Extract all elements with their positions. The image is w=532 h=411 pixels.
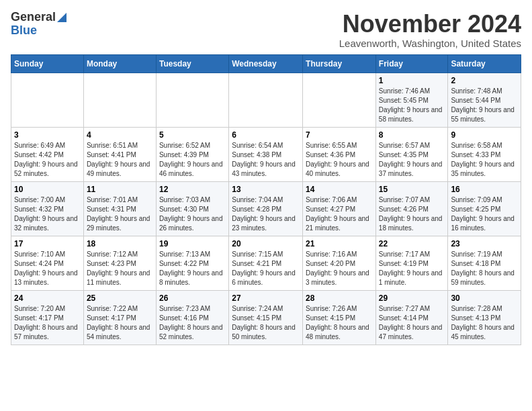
day-cell: 29Sunrise: 7:27 AM Sunset: 4:14 PM Dayli… xyxy=(375,290,448,345)
day-info: Sunrise: 6:57 AM Sunset: 4:35 PM Dayligh… xyxy=(379,141,445,179)
day-cell: 26Sunrise: 7:23 AM Sunset: 4:16 PM Dayli… xyxy=(156,290,228,345)
day-cell: 13Sunrise: 7:04 AM Sunset: 4:28 PM Dayli… xyxy=(229,181,303,236)
day-info: Sunrise: 7:10 AM Sunset: 4:24 PM Dayligh… xyxy=(14,250,81,287)
day-info: Sunrise: 7:15 AM Sunset: 4:21 PM Dayligh… xyxy=(232,250,300,287)
day-info: Sunrise: 6:55 AM Sunset: 4:36 PM Dayligh… xyxy=(306,141,373,179)
day-cell xyxy=(156,73,228,127)
day-info: Sunrise: 7:01 AM Sunset: 4:31 PM Dayligh… xyxy=(87,195,153,233)
day-info: Sunrise: 7:04 AM Sunset: 4:28 PM Dayligh… xyxy=(232,195,300,233)
day-number: 4 xyxy=(87,130,153,140)
day-cell: 30Sunrise: 7:28 AM Sunset: 4:13 PM Dayli… xyxy=(448,290,521,345)
day-cell xyxy=(303,73,376,127)
col-header-monday: Monday xyxy=(83,54,156,73)
day-cell: 15Sunrise: 7:07 AM Sunset: 4:26 PM Dayli… xyxy=(375,181,448,236)
day-info: Sunrise: 7:03 AM Sunset: 4:30 PM Dayligh… xyxy=(159,195,226,233)
day-number: 14 xyxy=(306,185,373,194)
logo-blue: Blue xyxy=(11,24,37,38)
day-number: 13 xyxy=(232,185,300,194)
day-info: Sunrise: 7:20 AM Sunset: 4:17 PM Dayligh… xyxy=(14,304,81,342)
day-number: 7 xyxy=(306,130,373,140)
day-number: 8 xyxy=(379,130,445,140)
day-info: Sunrise: 7:19 AM Sunset: 4:18 PM Dayligh… xyxy=(451,250,518,287)
col-header-friday: Friday xyxy=(375,54,448,73)
col-header-sunday: Sunday xyxy=(11,54,84,73)
col-header-wednesday: Wednesday xyxy=(229,54,303,73)
day-info: Sunrise: 7:22 AM Sunset: 4:17 PM Dayligh… xyxy=(87,304,153,342)
logo: General Blue xyxy=(11,11,66,38)
day-number: 6 xyxy=(232,130,300,140)
day-info: Sunrise: 7:13 AM Sunset: 4:22 PM Dayligh… xyxy=(159,250,226,287)
day-info: Sunrise: 7:24 AM Sunset: 4:15 PM Dayligh… xyxy=(232,304,300,342)
day-cell: 1Sunrise: 7:46 AM Sunset: 5:45 PM Daylig… xyxy=(375,73,448,127)
day-info: Sunrise: 7:23 AM Sunset: 4:16 PM Dayligh… xyxy=(159,304,226,342)
day-number: 19 xyxy=(159,239,226,248)
week-row-2: 3Sunrise: 6:49 AM Sunset: 4:42 PM Daylig… xyxy=(11,127,521,181)
day-number: 1 xyxy=(379,76,445,85)
day-cell: 25Sunrise: 7:22 AM Sunset: 4:17 PM Dayli… xyxy=(83,290,156,345)
day-info: Sunrise: 7:00 AM Sunset: 4:32 PM Dayligh… xyxy=(14,195,81,233)
day-number: 2 xyxy=(451,76,518,85)
day-number: 22 xyxy=(379,239,445,248)
day-info: Sunrise: 6:49 AM Sunset: 4:42 PM Dayligh… xyxy=(14,141,81,179)
day-cell: 14Sunrise: 7:06 AM Sunset: 4:27 PM Dayli… xyxy=(303,181,376,236)
day-cell: 6Sunrise: 6:54 AM Sunset: 4:38 PM Daylig… xyxy=(229,127,303,181)
day-number: 17 xyxy=(14,239,81,248)
day-info: Sunrise: 7:12 AM Sunset: 4:23 PM Dayligh… xyxy=(87,250,153,287)
month-title: November 2024 xyxy=(339,11,521,38)
week-row-3: 10Sunrise: 7:00 AM Sunset: 4:32 PM Dayli… xyxy=(11,181,521,236)
day-number: 25 xyxy=(87,293,153,303)
day-info: Sunrise: 7:26 AM Sunset: 4:15 PM Dayligh… xyxy=(306,304,373,342)
day-info: Sunrise: 7:07 AM Sunset: 4:26 PM Dayligh… xyxy=(379,195,445,233)
day-number: 28 xyxy=(306,293,373,303)
week-row-4: 17Sunrise: 7:10 AM Sunset: 4:24 PM Dayli… xyxy=(11,236,521,290)
day-cell: 19Sunrise: 7:13 AM Sunset: 4:22 PM Dayli… xyxy=(156,236,228,290)
day-info: Sunrise: 6:54 AM Sunset: 4:38 PM Dayligh… xyxy=(232,141,300,179)
col-header-thursday: Thursday xyxy=(303,54,376,73)
calendar-table: SundayMondayTuesdayWednesdayThursdayFrid… xyxy=(11,54,521,345)
day-cell xyxy=(229,73,303,127)
day-number: 24 xyxy=(14,293,81,303)
day-info: Sunrise: 7:06 AM Sunset: 4:27 PM Dayligh… xyxy=(306,195,373,233)
day-cell: 18Sunrise: 7:12 AM Sunset: 4:23 PM Dayli… xyxy=(83,236,156,290)
day-cell: 23Sunrise: 7:19 AM Sunset: 4:18 PM Dayli… xyxy=(448,236,521,290)
title-block: November 2024 Leavenworth, Washington, U… xyxy=(339,11,521,49)
day-cell: 7Sunrise: 6:55 AM Sunset: 4:36 PM Daylig… xyxy=(303,127,376,181)
week-row-5: 24Sunrise: 7:20 AM Sunset: 4:17 PM Dayli… xyxy=(11,290,521,345)
day-cell: 8Sunrise: 6:57 AM Sunset: 4:35 PM Daylig… xyxy=(375,127,448,181)
location: Leavenworth, Washington, United States xyxy=(339,38,521,49)
day-number: 16 xyxy=(451,185,518,194)
day-number: 18 xyxy=(87,239,153,248)
day-number: 23 xyxy=(451,239,518,248)
day-info: Sunrise: 7:28 AM Sunset: 4:13 PM Dayligh… xyxy=(451,304,518,342)
day-number: 21 xyxy=(306,239,373,248)
day-info: Sunrise: 7:27 AM Sunset: 4:14 PM Dayligh… xyxy=(379,304,445,342)
day-number: 20 xyxy=(232,239,300,248)
day-number: 29 xyxy=(379,293,445,303)
day-info: Sunrise: 6:58 AM Sunset: 4:33 PM Dayligh… xyxy=(451,141,518,179)
day-number: 15 xyxy=(379,185,445,194)
day-cell: 16Sunrise: 7:09 AM Sunset: 4:25 PM Dayli… xyxy=(448,181,521,236)
day-info: Sunrise: 7:46 AM Sunset: 5:45 PM Dayligh… xyxy=(379,87,445,124)
page-header: General Blue November 2024 Leavenworth, … xyxy=(11,11,521,49)
day-info: Sunrise: 7:48 AM Sunset: 5:44 PM Dayligh… xyxy=(451,87,518,124)
day-number: 11 xyxy=(87,185,153,194)
day-cell: 24Sunrise: 7:20 AM Sunset: 4:17 PM Dayli… xyxy=(11,290,84,345)
calendar-header-row: SundayMondayTuesdayWednesdayThursdayFrid… xyxy=(11,54,521,73)
day-cell: 9Sunrise: 6:58 AM Sunset: 4:33 PM Daylig… xyxy=(448,127,521,181)
day-cell: 17Sunrise: 7:10 AM Sunset: 4:24 PM Dayli… xyxy=(11,236,84,290)
day-cell: 12Sunrise: 7:03 AM Sunset: 4:30 PM Dayli… xyxy=(156,181,228,236)
day-cell xyxy=(11,73,84,127)
day-info: Sunrise: 6:52 AM Sunset: 4:39 PM Dayligh… xyxy=(159,141,226,179)
day-cell: 20Sunrise: 7:15 AM Sunset: 4:21 PM Dayli… xyxy=(229,236,303,290)
day-info: Sunrise: 7:17 AM Sunset: 4:19 PM Dayligh… xyxy=(379,250,445,287)
day-cell: 4Sunrise: 6:51 AM Sunset: 4:41 PM Daylig… xyxy=(83,127,156,181)
day-cell: 5Sunrise: 6:52 AM Sunset: 4:39 PM Daylig… xyxy=(156,127,228,181)
day-number: 27 xyxy=(232,293,300,303)
day-cell: 28Sunrise: 7:26 AM Sunset: 4:15 PM Dayli… xyxy=(303,290,376,345)
day-cell: 10Sunrise: 7:00 AM Sunset: 4:32 PM Dayli… xyxy=(11,181,84,236)
day-cell: 27Sunrise: 7:24 AM Sunset: 4:15 PM Dayli… xyxy=(229,290,303,345)
col-header-saturday: Saturday xyxy=(448,54,521,73)
day-cell: 22Sunrise: 7:17 AM Sunset: 4:19 PM Dayli… xyxy=(375,236,448,290)
day-number: 26 xyxy=(159,293,226,303)
col-header-tuesday: Tuesday xyxy=(156,54,228,73)
